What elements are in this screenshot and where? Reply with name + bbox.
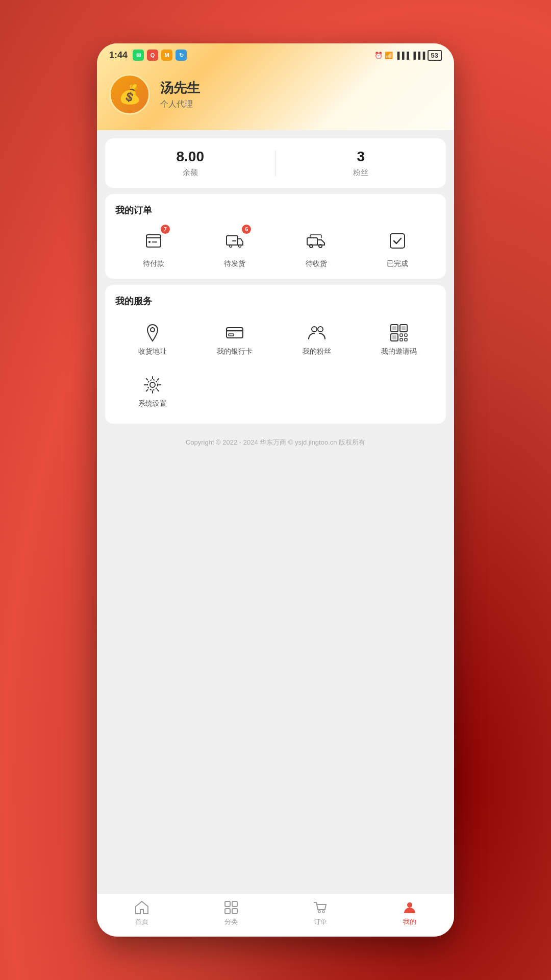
nav-category[interactable]: 分类: [186, 900, 276, 926]
category-icon: [223, 900, 239, 915]
svg-rect-12: [229, 334, 234, 336]
svg-rect-11: [227, 328, 243, 338]
user-role: 个人代理: [160, 99, 200, 110]
invite-icon: [389, 323, 409, 343]
alarm-icon: ⏰: [374, 52, 383, 59]
nav-orders[interactable]: 订单: [276, 900, 365, 926]
settings-label: 系统设置: [138, 399, 167, 408]
status-time: 1:44: [109, 50, 128, 61]
meituan-icon: M: [161, 50, 172, 61]
svg-point-7: [310, 244, 313, 248]
svg-point-5: [239, 245, 241, 248]
svg-rect-6: [307, 238, 317, 245]
bottom-nav: 首页 分类 订单 我的: [97, 893, 454, 937]
svg-point-8: [319, 244, 322, 248]
copyright: Copyright © 2022 - 2024 华东万商 © ysjd.jing…: [105, 430, 446, 451]
service-settings[interactable]: 系统设置: [115, 370, 189, 413]
fans-value: 3: [357, 149, 365, 165]
address-icon: [142, 323, 163, 343]
balance-value: 8.00: [177, 149, 205, 165]
svg-rect-29: [225, 909, 230, 914]
orders-section: 我的订单 7 待付款: [105, 194, 446, 279]
nav-home[interactable]: 首页: [97, 900, 186, 926]
pending-receive-label: 待收货: [306, 259, 327, 268]
fans-item[interactable]: 3 粉丝: [276, 149, 446, 178]
invite-label: 我的邀请码: [381, 347, 417, 356]
qq-icon: Q: [147, 50, 158, 61]
nav-home-label: 首页: [135, 917, 148, 926]
svg-rect-21: [400, 334, 403, 336]
status-bar: 1:44 ✉ Q M ↻ ⏰ 📶 ▐▐▐ ▐▐▐ 53: [97, 43, 454, 65]
service-bankcard[interactable]: 我的银行卡: [197, 317, 271, 361]
svg-point-1: [148, 241, 151, 243]
address-label: 收货地址: [138, 347, 167, 356]
home-icon: [134, 900, 149, 915]
nav-orders-label: 订单: [314, 917, 327, 926]
bankcard-label: 我的银行卡: [217, 347, 253, 356]
bankcard-icon: [224, 323, 245, 343]
pending-ship-icon: [224, 231, 245, 251]
order-completed[interactable]: 已完成: [360, 227, 436, 268]
svg-point-31: [318, 911, 320, 913]
svg-rect-2: [152, 241, 157, 243]
services-grid: 收货地址 我的银行卡: [115, 317, 436, 413]
pending-ship-icon-wrapper: 6: [220, 227, 249, 255]
nav-mine[interactable]: 我的: [365, 900, 454, 926]
battery-indicator: 53: [428, 50, 442, 61]
app-icons: ✉ Q M ↻: [133, 50, 187, 61]
wechat-icon: ✉: [133, 50, 144, 61]
fans-icon: [307, 323, 327, 343]
services-section: 我的服务 收货地址 我的银行卡: [105, 285, 446, 424]
svg-rect-20: [392, 335, 396, 339]
pending-payment-badge: 7: [161, 225, 170, 234]
unknown-app-icon: ↻: [176, 50, 187, 61]
pending-ship-label: 待发货: [224, 259, 245, 268]
fans-service-label: 我的粉丝: [303, 347, 331, 356]
svg-rect-22: [405, 334, 407, 336]
profile-icon: [402, 900, 417, 915]
order-pending-receive[interactable]: 待收货: [278, 227, 355, 268]
pending-payment-icon: [143, 231, 164, 251]
svg-rect-24: [405, 338, 407, 341]
pending-payment-label: 待付款: [143, 259, 164, 268]
svg-rect-19: [402, 326, 406, 330]
svg-point-32: [322, 911, 324, 913]
completed-icon: [387, 231, 408, 251]
svg-rect-23: [400, 338, 403, 341]
balance-item[interactable]: 8.00 余额: [105, 149, 276, 178]
svg-point-10: [151, 328, 155, 332]
svg-point-33: [407, 902, 412, 908]
phone-container: 1:44 ✉ Q M ↻ ⏰ 📶 ▐▐▐ ▐▐▐ 53 💰 汤先生 个人代理: [97, 43, 454, 937]
svg-point-13: [312, 327, 317, 332]
avatar[interactable]: 💰: [109, 74, 150, 115]
balance-label: 余额: [183, 168, 198, 178]
services-title: 我的服务: [115, 295, 436, 307]
svg-rect-3: [227, 236, 238, 245]
service-invite[interactable]: 我的邀请码: [362, 317, 436, 361]
main-content: 8.00 余额 3 粉丝 我的订单: [97, 130, 454, 893]
service-fans[interactable]: 我的粉丝: [280, 317, 354, 361]
settings-icon: [142, 375, 163, 395]
status-right-icons: ⏰ 📶 ▐▐▐ ▐▐▐ 53: [374, 50, 442, 61]
svg-point-14: [318, 327, 323, 332]
pending-ship-badge: 6: [242, 225, 251, 234]
svg-rect-30: [232, 909, 237, 914]
pending-receive-icon: [306, 231, 327, 251]
balance-card: 8.00 余额 3 粉丝: [105, 138, 446, 188]
svg-point-25: [150, 382, 155, 387]
user-name: 汤先生: [160, 79, 200, 97]
order-pending-ship[interactable]: 6 待发货: [197, 227, 273, 268]
pending-receive-icon-wrapper: [302, 227, 331, 255]
svg-point-26: [147, 380, 158, 390]
cart-icon: [313, 900, 328, 915]
service-address[interactable]: 收货地址: [115, 317, 189, 361]
svg-rect-28: [232, 901, 237, 906]
order-pending-payment[interactable]: 7 待付款: [115, 227, 192, 268]
svg-rect-9: [390, 234, 405, 248]
orders-grid: 7 待付款 6: [115, 227, 436, 268]
avatar-icon: 💰: [118, 84, 141, 105]
wifi-icon: 📶: [385, 52, 393, 59]
nav-category-label: 分类: [224, 917, 238, 926]
completed-icon-wrapper: [383, 227, 412, 255]
pending-payment-icon-wrapper: 7: [139, 227, 168, 255]
